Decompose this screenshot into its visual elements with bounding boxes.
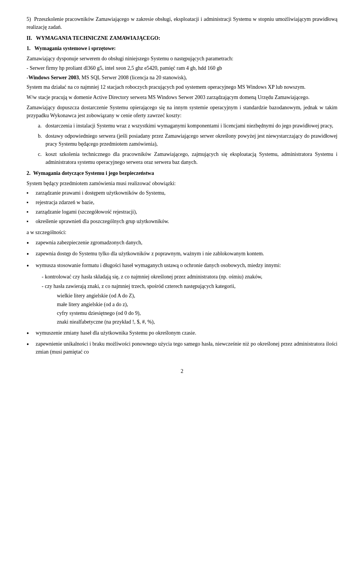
alpha-b-label: b.: [38, 132, 46, 140]
bullet-text-4: wymuszenie zmiany haseł dla użytkownika …: [36, 329, 196, 337]
sq-item-3: ▪ zarządzanie logami (szczegółowość reje…: [27, 208, 337, 216]
dash2-bold: Windows Serwer 2003: [28, 74, 79, 82]
bullet-2: •: [27, 250, 34, 259]
subsection2-bold: Wymagania dotyczące Systemu i jego bezpi…: [33, 170, 154, 176]
sub-dash-text-2: - czy hasła zawierają znaki, z co najmni…: [42, 283, 235, 289]
p-ww: W/w stacje pracują w domenie Active Dire…: [27, 93, 337, 101]
p-system2: System będący przedmiotem zamówienia mus…: [27, 179, 337, 187]
bullet-text-2: zapewnia dostęp do Systemu tylko dla uży…: [36, 250, 264, 258]
subsection1-p1: Zamawiający dysponuje serwerem do obsług…: [27, 55, 337, 63]
bullet-5: •: [27, 340, 34, 349]
subsection2-num: 2.: [27, 170, 31, 176]
sub-sub-item-2: małe litery angielskie (od a do z),: [57, 300, 337, 308]
sub-sub-text-4: znaki niealfabetyczne (na przykład !, $,…: [57, 319, 155, 325]
sq-text-4: określenie uprawnień dla poszczególnych …: [36, 217, 169, 225]
sq-item-1: ▪ zarządzanie prawami i dostępem użytkow…: [27, 189, 337, 197]
alpha-item-a: a. dostarczenia i instalacji Systemu wra…: [38, 122, 337, 130]
sub-sub-text-1: wielkie litery angielskie (od A do Z),: [57, 293, 135, 299]
dash2-rest: , MS SQL Serwer 2008 (licencja na 20 sta…: [79, 74, 187, 82]
sub-sub-item-4: znaki niealfabetyczne (na przykład !, $,…: [57, 318, 337, 326]
sub-dash-item-2: - czy hasła zawierają znaki, z co najmni…: [42, 282, 337, 290]
sq-text-1: zarządzanie prawami i dostępem użytkowni…: [36, 189, 166, 197]
bullet-3: •: [27, 261, 34, 271]
p-szczegolnosci: a w szczególności:: [27, 228, 337, 236]
alpha-a-text: dostarczenia i instalacji Systemu wraz z…: [46, 122, 333, 130]
alpha-c-label: c.: [38, 150, 46, 158]
dash1-text: - Serwer firmy hp proliant dl360 g5, int…: [27, 64, 222, 72]
sub-sub-text-3: cyfry systemu dziesiętnego (od 0 do 9),: [57, 310, 141, 316]
page-content: 5) Przeszkolenie pracowników Zamawiające…: [27, 15, 337, 375]
subsection2-heading: 2. Wymagania dotyczące Systemu i jego be…: [27, 169, 337, 177]
p-dopuszcza: Zamawiający dopuszcza dostarczenie Syste…: [27, 104, 337, 119]
sq-bullet-1: ▪: [27, 189, 34, 197]
alpha-item-c: c. koszt szkolenia technicznego dla prac…: [38, 150, 337, 166]
bullet-item-5: • zapewnienie unikalności i braku możliw…: [27, 340, 337, 356]
sub-sub-item-1: wielkie litery angielskie (od A do Z),: [57, 292, 337, 300]
sq-text-2: rejestracja zdarzeń w bazie,: [36, 198, 94, 206]
sq-bullet-2: ▪: [27, 198, 34, 206]
bullet-text-5: zapewnienie unikalności i braku możliwoś…: [36, 340, 337, 356]
alpha-c-text: koszt szkolenia technicznego dla pracown…: [46, 150, 337, 166]
bullet-text-3: wymusza stosowanie formatu i długości ha…: [36, 261, 281, 269]
sub-sub-item-3: cyfry systemu dziesiętnego (od 0 do 9),: [57, 309, 337, 317]
sq-bullet-4: ▪: [27, 217, 34, 225]
p-system: System ma działać na co najmniej 12 stac…: [27, 83, 337, 91]
sq-item-4: ▪ określenie uprawnień dla poszczególnyc…: [27, 217, 337, 225]
sub-dash-item-1: - kontrolować czy hasła składają się, z …: [42, 273, 337, 281]
alpha-b-text: dostawy odpowiedniego serwera (jeśli pos…: [46, 132, 337, 148]
dash-item-1: - Serwer firmy hp proliant dl360 g5, int…: [27, 64, 337, 72]
sub-sub-text-2: małe litery angielskie (od a do z),: [57, 302, 128, 307]
alpha-item-b: b. dostawy odpowiedniego serwera (jeśli …: [38, 132, 337, 148]
bullet-1: •: [27, 239, 34, 248]
dash-item-2: - Windows Serwer 2003, MS SQL Serwer 200…: [27, 74, 337, 82]
sub-dash-text-1: - kontrolować czy hasła składają się, z …: [42, 274, 262, 280]
page-number: 2: [27, 367, 337, 375]
section2-heading: II. WYMAGANIA TECHNICZNE ZAMAWIAJĄCEGO:: [27, 34, 337, 42]
sq-item-2: ▪ rejestracja zdarzeń w bazie,: [27, 198, 337, 206]
sq-text-3: zarządzanie logami (szczegółowość rejest…: [36, 208, 137, 216]
item5-text: 5) Przeszkolenie pracowników Zamawiające…: [27, 15, 337, 31]
sq-bullet-3: ▪: [27, 208, 34, 216]
bullet-item-4: • wymuszenie zmiany haseł dla użytkownik…: [27, 329, 337, 338]
bullet-4: •: [27, 329, 34, 338]
bullet-item-1: • zapewnia zabezpieczenie zgromadzonych …: [27, 239, 337, 248]
bullet-text-1: zapewnia zabezpieczenie zgromadzonych da…: [36, 239, 142, 247]
bullet-item-3: • wymusza stosowanie formatu i długości …: [27, 261, 337, 271]
subsection1-heading: 1. Wymagania systemowe i sprzętowe:: [27, 44, 337, 52]
alpha-a-label: a.: [38, 122, 46, 130]
bullet-item-2: • zapewnia dostęp do Systemu tylko dla u…: [27, 250, 337, 259]
